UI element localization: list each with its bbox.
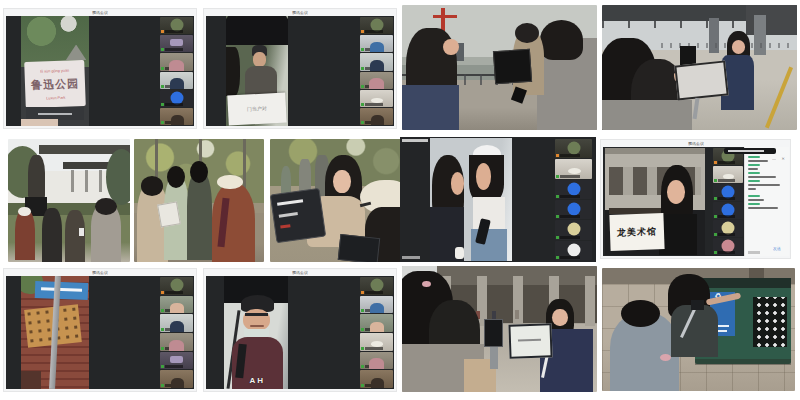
mic-icon	[556, 256, 559, 259]
tablet	[157, 201, 180, 227]
participant-video-thumbnail[interactable]	[160, 296, 193, 314]
participant-video-thumbnail[interactable]	[555, 159, 592, 178]
participant-sidebar	[713, 148, 743, 255]
titlebar: 腾讯会议	[204, 9, 396, 16]
tablet	[509, 323, 553, 358]
person-red-cardigan	[15, 210, 35, 259]
participant-video-thumbnail[interactable]	[713, 238, 743, 255]
mic-icon	[361, 85, 364, 88]
mic-icon	[161, 48, 164, 51]
participant-video-thumbnail[interactable]	[713, 166, 743, 183]
minimize-icon[interactable]: —	[772, 157, 776, 161]
face	[243, 309, 270, 332]
mic-icon	[361, 30, 364, 33]
woman-face	[552, 309, 568, 327]
photo-statue-group	[8, 139, 130, 262]
participant-video-thumbnail[interactable]	[713, 220, 743, 237]
window-title: 腾讯会议	[688, 142, 704, 146]
avatar	[567, 182, 580, 195]
student-hair-right	[540, 20, 583, 60]
participant-video-thumbnail[interactable]	[160, 35, 193, 52]
paper-sign: 龙美术馆	[609, 213, 664, 251]
participant-video-thumbnail[interactable]	[160, 108, 193, 125]
participant-video-thumbnail[interactable]	[555, 180, 592, 199]
participant-video-thumbnail[interactable]	[360, 277, 393, 295]
main-video-two-girls[interactable]	[430, 138, 512, 261]
participant-video-thumbnail[interactable]	[555, 139, 592, 158]
participant-video-thumbnail[interactable]	[713, 184, 743, 201]
umbrella	[226, 16, 288, 45]
participant-video-thumbnail[interactable]	[360, 53, 393, 70]
participant-video-thumbnail[interactable]	[360, 296, 393, 314]
name-label	[165, 384, 183, 387]
main-video-street-sign[interactable]	[21, 276, 89, 389]
participant-video-thumbnail[interactable]	[360, 72, 393, 89]
bin-shadow	[695, 359, 792, 365]
name-label	[165, 328, 183, 331]
titlebar: 腾讯会议	[204, 269, 396, 276]
window-title: 腾讯会议	[92, 11, 108, 15]
mic-icon	[361, 291, 364, 294]
main-video-luxun[interactable]: lǔ xùn gōng yuán 鲁迅公园 Luxun Park	[21, 16, 89, 126]
participant-video-thumbnail[interactable]	[360, 370, 393, 388]
name-label	[165, 103, 183, 106]
name-label	[718, 251, 735, 254]
participant-video-thumbnail[interactable]	[360, 17, 393, 34]
participant-video-thumbnail[interactable]	[360, 90, 393, 107]
name-label	[365, 121, 383, 124]
participant-video-thumbnail[interactable]	[160, 333, 193, 351]
chat-input-hint[interactable]	[748, 251, 760, 254]
video-stage: lǔ xùn gōng yuán 鲁迅公园 Luxun Park	[6, 16, 194, 126]
participant-video-thumbnail[interactable]	[360, 333, 393, 351]
mic-icon	[714, 179, 717, 182]
mic-icon	[161, 67, 164, 70]
bronze-statue	[28, 155, 45, 199]
titlebar: 腾讯会议	[601, 140, 790, 147]
participant-video-thumbnail[interactable]	[360, 108, 393, 125]
video-stage: 门当户对	[206, 16, 394, 126]
mic-icon	[361, 103, 364, 106]
participant-video-thumbnail[interactable]	[160, 17, 193, 34]
participant-video-thumbnail[interactable]	[160, 352, 193, 370]
main-video-long-museum[interactable]: 龙美术馆	[605, 148, 705, 255]
chat-message	[748, 176, 776, 178]
name-label	[560, 195, 580, 198]
participant-video-thumbnail[interactable]	[555, 241, 592, 260]
mic-icon	[714, 161, 717, 164]
participant-video-thumbnail[interactable]	[160, 53, 193, 70]
gimbal-handle	[490, 347, 498, 370]
meeting-window-bucket-hat: 腾讯会议 —□✕ AH	[203, 268, 397, 392]
chat-panel: —✕ 发送	[744, 147, 789, 256]
participant-video-thumbnail[interactable]	[360, 352, 393, 370]
participant-video-thumbnail[interactable]	[160, 370, 193, 388]
close-icon[interactable]: ✕	[781, 157, 784, 161]
participant-video-thumbnail[interactable]	[555, 200, 592, 219]
main-video-placard[interactable]: 门当户对	[226, 16, 288, 126]
participant-video-thumbnail[interactable]	[555, 220, 592, 239]
participant-video-thumbnail[interactable]	[360, 35, 393, 52]
phone	[79, 228, 84, 237]
mic-icon	[714, 233, 717, 236]
participant-video-thumbnail[interactable]	[160, 277, 193, 295]
participant-video-thumbnail[interactable]	[713, 202, 743, 219]
mic-icon	[161, 384, 164, 387]
bin-lid	[695, 278, 792, 288]
person-dark-jacket	[42, 208, 62, 262]
photo-park-group	[134, 139, 264, 262]
hoodie-letters: AH	[249, 376, 265, 385]
participant-video-thumbnail[interactable]	[160, 314, 193, 332]
participant-video-thumbnail[interactable]	[160, 90, 193, 107]
meeting-window-luxun-park: 腾讯会议 —□✕ lǔ xùn gōng yuán 鲁迅公园 Luxun Par…	[3, 8, 197, 129]
participant-video-thumbnail[interactable]	[160, 72, 193, 89]
send-button[interactable]: 发送	[767, 238, 787, 256]
pillar	[754, 15, 766, 55]
chat-message	[748, 199, 764, 201]
chat-sender	[748, 172, 760, 174]
student-dark-top	[187, 171, 212, 260]
main-video-bucket-hat[interactable]: AH	[224, 276, 288, 389]
mic-icon	[361, 384, 364, 387]
foreground-shoulder	[602, 100, 692, 130]
participant-video-thumbnail[interactable]	[360, 314, 393, 332]
name-label	[365, 328, 383, 331]
chat-sender	[748, 180, 760, 182]
